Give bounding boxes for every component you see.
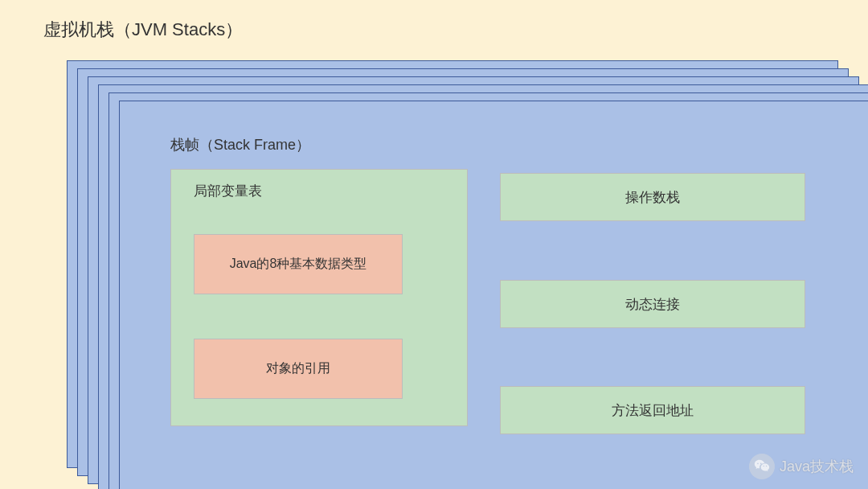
diagram-title: 虚拟机栈（JVM Stacks） [43, 18, 243, 42]
local-variables-title: 局部变量表 [194, 182, 262, 200]
return-address-box: 方法返回地址 [500, 386, 805, 434]
local-var-item-primitive-types: Java的8种基本数据类型 [194, 234, 403, 294]
watermark-text: Java技术栈 [780, 457, 854, 476]
operand-stack-box: 操作数栈 [500, 173, 805, 221]
stack-frame-title: 栈帧（Stack Frame） [170, 135, 310, 154]
watermark: Java技术栈 [749, 454, 854, 479]
local-variables-box: 局部变量表 Java的8种基本数据类型 对象的引用 [170, 169, 468, 426]
wechat-icon [749, 454, 775, 479]
local-var-item-object-ref: 对象的引用 [194, 339, 403, 399]
dynamic-linking-box: 动态连接 [500, 280, 805, 328]
